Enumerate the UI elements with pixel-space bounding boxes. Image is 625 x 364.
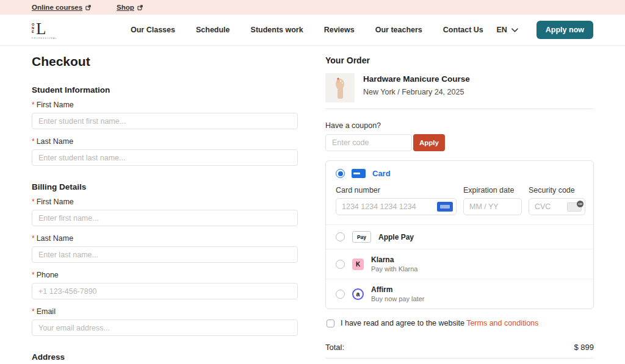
email-input[interactable] bbox=[32, 319, 298, 336]
payment-option-card[interactable]: Card bbox=[336, 169, 583, 178]
required-asterisk: * bbox=[32, 137, 35, 146]
affirm-label: Affirm bbox=[371, 285, 424, 294]
nav-item-students-work[interactable]: Students work bbox=[251, 26, 303, 34]
payment-methods-box: Card Card number Expiration date bbox=[325, 160, 594, 309]
phone-input[interactable] bbox=[32, 283, 298, 299]
logo-letter: L bbox=[36, 21, 46, 37]
billing-details-heading: Billing Details bbox=[32, 182, 298, 191]
coupon-apply-button[interactable]: Apply bbox=[413, 134, 445, 151]
affirm-radio[interactable] bbox=[336, 290, 345, 299]
klarna-label: Klarna bbox=[371, 255, 417, 264]
credit-card-icon bbox=[352, 169, 366, 178]
topbar-link-label: Online courses bbox=[32, 4, 82, 11]
card-brand-icon bbox=[437, 202, 453, 212]
divider bbox=[325, 109, 594, 109]
terms-agreement: I have read and agree to the website Ter… bbox=[325, 319, 594, 327]
topbar-link-shop[interactable]: Shop bbox=[117, 4, 143, 11]
apple-pay-icon: Pay bbox=[352, 231, 371, 243]
cvc-card-icon: 123 bbox=[567, 202, 582, 212]
card-radio[interactable] bbox=[336, 169, 345, 178]
klarna-subtitle: Pay with Klarna bbox=[371, 265, 417, 273]
checkout-page: Checkout Student Information *First Name… bbox=[0, 46, 625, 364]
cvc-badge: 123 bbox=[577, 201, 583, 207]
main-navbar: ONE L PROFESSIONAL Our Classes Schedule … bbox=[0, 15, 625, 46]
student-last-name-input[interactable] bbox=[32, 149, 298, 166]
student-last-name-label: *Last Name bbox=[32, 137, 298, 146]
order-total: Total: $ 899 bbox=[325, 343, 594, 352]
divider bbox=[325, 358, 594, 359]
card-number-label: Card number bbox=[336, 186, 457, 194]
terms-and-conditions-link[interactable]: Terms and conditions bbox=[466, 319, 538, 327]
student-information-heading: Student Information bbox=[32, 85, 298, 95]
order-summary: Your Order Hardware Manicure Course New … bbox=[325, 54, 594, 364]
total-value: $ 899 bbox=[574, 343, 594, 352]
nav-item-contact-us[interactable]: Contact Us bbox=[443, 26, 483, 34]
manicure-hand-image bbox=[332, 76, 348, 100]
email-label: *Email bbox=[32, 307, 298, 316]
coupon-code-input[interactable] bbox=[325, 134, 412, 151]
nav-item-our-teachers[interactable]: Our teachers bbox=[375, 26, 422, 34]
total-label: Total: bbox=[325, 343, 344, 352]
required-asterisk: * bbox=[32, 234, 35, 243]
required-asterisk: * bbox=[32, 271, 35, 279]
terms-checkbox[interactable] bbox=[327, 319, 334, 327]
product-thumbnail bbox=[325, 73, 355, 102]
topbar-link-label: Shop bbox=[117, 4, 134, 11]
language-current: EN bbox=[496, 26, 507, 34]
billing-first-name-input[interactable] bbox=[32, 210, 298, 226]
logo-subtext: PROFESSIONAL bbox=[32, 37, 68, 40]
required-asterisk: * bbox=[32, 307, 35, 316]
brand-logo[interactable]: ONE L PROFESSIONAL bbox=[32, 21, 68, 40]
klarna-icon: K bbox=[352, 259, 364, 270]
coupon-label: Have a coupon? bbox=[325, 121, 594, 130]
card-option-label: Card bbox=[372, 169, 391, 178]
billing-last-name-label: *Last Name bbox=[32, 234, 298, 243]
external-link-icon bbox=[85, 5, 91, 10]
required-asterisk: * bbox=[32, 198, 35, 206]
product-name: Hardware Manicure Course bbox=[363, 74, 470, 84]
billing-last-name-input[interactable] bbox=[32, 246, 298, 263]
topbar-link-online-courses[interactable]: Online courses bbox=[32, 4, 91, 11]
required-asterisk: * bbox=[32, 101, 35, 109]
your-order-heading: Your Order bbox=[325, 55, 594, 65]
announcement-bar: Online courses Shop bbox=[0, 0, 625, 15]
payment-option-klarna[interactable]: K Klarna Pay with Klarna bbox=[326, 249, 593, 279]
expiration-date-input[interactable] bbox=[463, 198, 522, 215]
apple-pay-label: Apple Pay bbox=[378, 233, 414, 241]
payment-option-affirm[interactable]: a Affirm Buy now pay later bbox=[326, 279, 593, 309]
nav-item-schedule[interactable]: Schedule bbox=[196, 26, 230, 34]
product-details: New York / February 24, 2025 bbox=[363, 88, 470, 96]
security-code-label: Security code bbox=[529, 186, 585, 194]
chevron-down-icon bbox=[511, 28, 518, 32]
phone-label: *Phone bbox=[32, 271, 298, 279]
student-first-name-input[interactable] bbox=[32, 113, 298, 129]
apply-now-button[interactable]: Apply now bbox=[536, 21, 593, 39]
nav-item-our-classes[interactable]: Our Classes bbox=[131, 26, 175, 34]
student-first-name-label: *First Name bbox=[32, 101, 298, 109]
apple-pay-radio[interactable] bbox=[336, 232, 345, 241]
page-title: Checkout bbox=[32, 54, 298, 69]
address-heading: Address bbox=[32, 352, 298, 362]
checkout-form: Checkout Student Information *First Name… bbox=[32, 54, 298, 364]
order-product: Hardware Manicure Course New York / Febr… bbox=[325, 73, 594, 102]
billing-first-name-label: *First Name bbox=[32, 198, 298, 206]
logo-mark: ONE L bbox=[32, 21, 68, 37]
klarna-radio[interactable] bbox=[336, 260, 345, 269]
payment-option-apple-pay[interactable]: Pay Apple Pay bbox=[326, 224, 593, 249]
affirm-icon: a bbox=[352, 288, 364, 300]
language-selector[interactable]: EN bbox=[496, 26, 518, 34]
logo-stacked-letters: ONE bbox=[32, 23, 36, 34]
terms-text: I have read and agree to the website Ter… bbox=[341, 319, 538, 327]
nav-menu: Our Classes Schedule Students work Revie… bbox=[131, 26, 483, 34]
expiration-date-label: Expiration date bbox=[463, 186, 522, 194]
nav-item-reviews[interactable]: Reviews bbox=[324, 26, 355, 34]
affirm-subtitle: Buy now pay later bbox=[371, 295, 424, 302]
external-link-icon bbox=[137, 5, 143, 10]
